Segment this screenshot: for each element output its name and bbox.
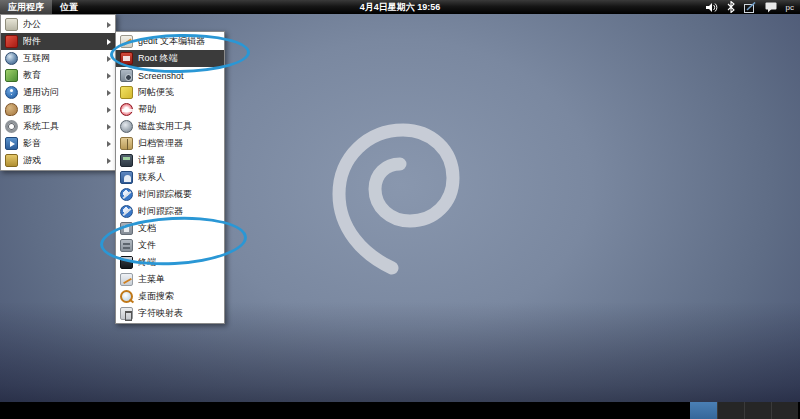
rootterm-icon <box>120 52 133 65</box>
graphics-icon <box>5 103 18 116</box>
disk-icon <box>120 120 133 133</box>
access-icon <box>5 86 18 99</box>
games-icon <box>5 154 18 167</box>
panel-clock-wrap: 4月4日星期六 19:56 <box>0 1 800 14</box>
education-icon <box>5 69 18 82</box>
submenu-item-14[interactable]: 终端 <box>116 254 224 271</box>
submenu-item-4[interactable]: 阿帖便笺 <box>116 84 224 101</box>
search-icon <box>120 290 133 303</box>
menu-item-label: 字符映射表 <box>138 307 183 320</box>
submenu-arrow-icon <box>107 158 111 164</box>
docs-icon <box>120 222 133 235</box>
submenu-arrow-icon <box>107 124 111 130</box>
submenu-item-15[interactable]: 主菜单 <box>116 271 224 288</box>
submenu-item-2[interactable]: Root 终端 <box>116 50 224 67</box>
bluetooth-icon[interactable] <box>727 1 735 13</box>
menu-item-label: 互联网 <box>23 52 50 65</box>
time-icon <box>120 205 133 218</box>
menu-category-9[interactable]: 游戏 <box>1 152 115 169</box>
submenu-item-9[interactable]: 联系人 <box>116 169 224 186</box>
applications-menu: 办公附件互联网教育通用访问图形系统工具影音游戏 <box>0 14 116 171</box>
debian-logo <box>322 104 478 280</box>
menu-item-label: 时间跟踪概要 <box>138 188 192 201</box>
menu-item-label: 帮助 <box>138 103 156 116</box>
submenu-item-7[interactable]: 归档管理器 <box>116 135 224 152</box>
notes-icon <box>120 86 133 99</box>
menu-item-label: 时间跟踪器 <box>138 205 183 218</box>
submenu-arrow-icon <box>107 141 111 147</box>
system-tray: pc <box>706 1 800 13</box>
submenu-arrow-icon <box>107 22 111 28</box>
menu-category-1[interactable]: 办公 <box>1 16 115 33</box>
accessories-submenu: gedit 文本编辑器Root 终端Screenshot阿帖便笺帮助磁盘实用工具… <box>115 31 225 324</box>
menu-item-label: 系统工具 <box>23 120 59 133</box>
menu-category-8[interactable]: 影音 <box>1 135 115 152</box>
submenu-arrow-icon <box>107 56 111 62</box>
time-icon <box>120 188 133 201</box>
menu-category-6[interactable]: 图形 <box>1 101 115 118</box>
menu-category-5[interactable]: 通用访问 <box>1 84 115 101</box>
panel-clock[interactable]: 4月4日星期六 19:56 <box>360 2 441 12</box>
chat-icon[interactable] <box>765 2 777 13</box>
submenu-item-3[interactable]: Screenshot <box>116 67 224 84</box>
bottom-taskbar <box>0 402 800 419</box>
menu-item-label: 文件 <box>138 239 156 252</box>
menu-item-label: 通用访问 <box>23 86 59 99</box>
menu-item-label: 归档管理器 <box>138 137 183 150</box>
menu-category-3[interactable]: 互联网 <box>1 50 115 67</box>
submenu-item-12[interactable]: 文档 <box>116 220 224 237</box>
menu-category-7[interactable]: 系统工具 <box>1 118 115 135</box>
menu-category-4[interactable]: 教育 <box>1 67 115 84</box>
menu-item-label: Screenshot <box>138 71 184 81</box>
taskbar-button-3[interactable] <box>744 402 771 419</box>
menu-item-label: 联系人 <box>138 171 165 184</box>
menu-item-label: 办公 <box>23 18 41 31</box>
menu-item-label: 教育 <box>23 69 41 82</box>
submenu-arrow-icon <box>107 39 111 45</box>
archive-icon <box>120 137 133 150</box>
menu-item-label: 终端 <box>138 256 156 269</box>
submenu-item-1[interactable]: gedit 文本编辑器 <box>116 33 224 50</box>
term-icon <box>120 256 133 269</box>
submenu-item-6[interactable]: 磁盘实用工具 <box>116 118 224 135</box>
submenu-item-16[interactable]: 桌面搜索 <box>116 288 224 305</box>
submenu-item-10[interactable]: 时间跟踪概要 <box>116 186 224 203</box>
taskbar-button-1[interactable] <box>690 402 717 419</box>
panel-menu-places[interactable]: 位置 <box>52 0 86 14</box>
menu-item-label: 附件 <box>23 35 41 48</box>
menu-item-label: 图形 <box>23 103 41 116</box>
menu-item-label: 磁盘实用工具 <box>138 120 192 133</box>
menu-item-label: 影音 <box>23 137 41 150</box>
submenu-item-8[interactable]: 计算器 <box>116 152 224 169</box>
submenu-item-17[interactable]: 字符映射表 <box>116 305 224 322</box>
internet-icon <box>5 52 18 65</box>
panel-menu-applications[interactable]: 应用程序 <box>0 0 52 14</box>
taskbar-empty <box>0 402 690 419</box>
tablet-pen-icon[interactable] <box>744 2 756 13</box>
submenu-arrow-icon <box>107 90 111 96</box>
av-icon <box>5 137 18 150</box>
system-icon <box>5 120 18 133</box>
submenu-arrow-icon <box>107 73 111 79</box>
desktop: 应用程序位置 4月4日星期六 19:56 pc 办公附件互联网教育通用访问图形系… <box>0 0 800 419</box>
menu-item-label: 计算器 <box>138 154 165 167</box>
menu-item-label: 阿帖便笺 <box>138 86 174 99</box>
menu-item-label: Root 终端 <box>138 52 178 65</box>
submenu-item-5[interactable]: 帮助 <box>116 101 224 118</box>
submenu-arrow-icon <box>107 107 111 113</box>
top-panel: 应用程序位置 4月4日星期六 19:56 pc <box>0 0 800 14</box>
contacts-icon <box>120 171 133 184</box>
menu-item-label: 文档 <box>138 222 156 235</box>
menu-item-label: 游戏 <box>23 154 41 167</box>
files-icon <box>120 239 133 252</box>
submenu-item-11[interactable]: 时间跟踪器 <box>116 203 224 220</box>
taskbar-button-2[interactable] <box>717 402 744 419</box>
volume-icon[interactable] <box>706 2 718 13</box>
office-icon <box>5 18 18 31</box>
screenshot-icon <box>120 69 133 82</box>
gedit-icon <box>120 35 133 48</box>
submenu-item-13[interactable]: 文件 <box>116 237 224 254</box>
taskbar-button-4[interactable] <box>771 402 798 419</box>
menu-category-2[interactable]: 附件 <box>1 33 115 50</box>
menu-item-label: 桌面搜索 <box>138 290 174 303</box>
